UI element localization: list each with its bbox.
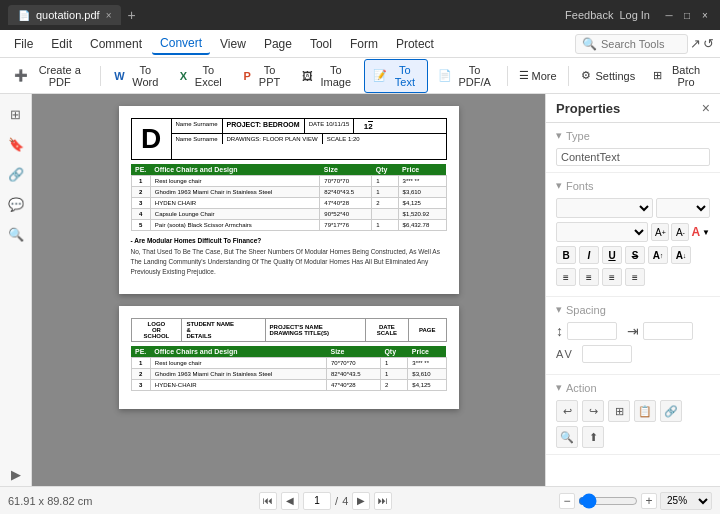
minimize-button[interactable]: ─ [662, 8, 676, 22]
menu-edit[interactable]: Edit [43, 34, 80, 54]
page-next-button[interactable]: ▶ [352, 492, 370, 510]
separator [100, 66, 101, 86]
word-icon: W [114, 70, 124, 82]
action-redo-button[interactable]: ↪ [582, 400, 604, 422]
document-tab[interactable]: 📄 quotation.pdf × [8, 5, 121, 25]
sidebar-search-icon[interactable]: 🔍 [4, 222, 28, 246]
row-size: 47*40*28 [326, 380, 380, 391]
align-center-button[interactable]: ≡ [579, 268, 599, 286]
new-tab-button[interactable]: + [127, 7, 135, 23]
italic-button[interactable]: I [579, 246, 599, 264]
row-name: HYDEN-CHAIR [150, 380, 326, 391]
font-color-down-button[interactable]: A- [671, 223, 689, 241]
menu-form[interactable]: Form [342, 34, 386, 54]
zoom-in-button[interactable]: + [641, 493, 657, 509]
page-end-button[interactable]: ⏭ [374, 492, 392, 510]
image-icon: 🖼 [302, 70, 313, 82]
t2-header-qty: Qty [380, 346, 407, 358]
settings-button[interactable]: ⚙ Settings [573, 65, 643, 86]
strikethrough-button[interactable]: S [625, 246, 645, 264]
create-pdf-button[interactable]: ➕ Create a PDF [6, 60, 95, 92]
more-button[interactable]: ☰ More [513, 65, 563, 86]
underline-button[interactable]: U [602, 246, 622, 264]
action-export-button[interactable]: ⬆ [582, 426, 604, 448]
login-link[interactable]: Log In [619, 9, 650, 21]
action-search-button[interactable]: 🔍 [556, 426, 578, 448]
pdf-icon: 📄 [18, 10, 30, 21]
zoom-select[interactable]: 25% 50% 75% 100% 150% 200% [660, 492, 712, 510]
close-button[interactable]: × [698, 8, 712, 22]
row-price: 3*** ** [398, 176, 446, 187]
zoom-out-button[interactable]: − [559, 493, 575, 509]
action-paste-button[interactable]: 📋 [634, 400, 656, 422]
menu-view[interactable]: View [212, 34, 254, 54]
search-input[interactable] [601, 38, 681, 50]
row-qty: 2 [372, 198, 398, 209]
row-name: Ghodim 1963 Miami Chair in Stainless Ste… [150, 369, 326, 380]
h2-logo: LOGOORSCHOOL [131, 319, 182, 342]
menu-page[interactable]: Page [256, 34, 300, 54]
bottom-bar: 61.91 x 89.82 cm ⏮ ◀ / 4 ▶ ⏭ − + 25% 50%… [0, 486, 720, 514]
font-family-select[interactable] [556, 198, 653, 218]
sidebar-bookmark-icon[interactable]: 🔖 [4, 132, 28, 156]
sidebar-comment-icon[interactable]: 💬 [4, 192, 28, 216]
font-color-up-button[interactable]: A+ [651, 223, 669, 241]
search-wrap[interactable]: 🔍 [575, 34, 688, 54]
name2-cell: Name Surname [172, 134, 223, 144]
maximize-button[interactable]: □ [680, 8, 694, 22]
sidebar-link-icon[interactable]: 🔗 [4, 162, 28, 186]
superscript-button[interactable]: A↑ [648, 246, 668, 264]
menu-comment[interactable]: Comment [82, 34, 150, 54]
date-cell: DATE 10/11/15 [305, 119, 355, 133]
article-section: - Are Modular Homes Difficult To Finance… [131, 237, 447, 276]
action-arrow-icon: ▾ [556, 381, 562, 394]
page-number-input[interactable] [303, 492, 331, 510]
panel-header: Properties × [546, 94, 720, 123]
zoom-slider[interactable] [578, 493, 638, 509]
row-price: 3*** ** [408, 358, 446, 369]
align-justify-button[interactable]: ≡ [625, 268, 645, 286]
action-undo-button[interactable]: ↩ [556, 400, 578, 422]
action-link-button[interactable]: 🔗 [660, 400, 682, 422]
doc-area[interactable]: D Name Surname PROJECT: BEDROOM DATE 10/… [32, 94, 545, 486]
bold-button[interactable]: B [556, 246, 576, 264]
to-ppt-button[interactable]: P To PPT [235, 60, 292, 92]
menu-tool[interactable]: Tool [302, 34, 340, 54]
to-image-button[interactable]: 🖼 To Image [294, 60, 362, 92]
to-pdfa-button[interactable]: 📄 To PDF/A [430, 60, 502, 92]
batch-pro-button[interactable]: ⊞ Batch Pro [645, 60, 714, 92]
project-cell: PROJECT: BEDROOM [223, 119, 305, 133]
panel-close-button[interactable]: × [702, 100, 710, 116]
main-layout: ⊞ 🔖 🔗 💬 🔍 ▶ D Name Surname PROJECT: BEDR… [0, 94, 720, 486]
color-swatch[interactable]: A ▼ [691, 225, 710, 239]
page-prev-button[interactable]: ◀ [281, 492, 299, 510]
type-arrow-icon: ▾ [556, 129, 562, 142]
sidebar-collapse-icon[interactable]: ▶ [4, 462, 28, 486]
align-left-button[interactable]: ≡ [556, 268, 576, 286]
line-spacing-input[interactable] [567, 322, 617, 340]
title-actions: Feedback Log In [565, 9, 650, 21]
sidebar-thumbnail-icon[interactable]: ⊞ [4, 102, 28, 126]
subscript-button[interactable]: A↓ [671, 246, 691, 264]
back-icon[interactable]: ↺ [703, 36, 714, 51]
menu-protect[interactable]: Protect [388, 34, 442, 54]
to-excel-button[interactable]: X To Excel [172, 60, 234, 92]
menu-file[interactable]: File [6, 34, 41, 54]
char-spacing-input[interactable] [582, 345, 632, 363]
external-link-icon[interactable]: ↗ [690, 36, 701, 51]
menu-convert[interactable]: Convert [152, 33, 210, 55]
row-size: 82*40*43.5 [320, 187, 372, 198]
align-right-button[interactable]: ≡ [602, 268, 622, 286]
table-row: 1 Rest lounge chair 70*70*70 1 3*** ** [131, 176, 446, 187]
action-copy-button[interactable]: ⊞ [608, 400, 630, 422]
page-start-button[interactable]: ⏮ [259, 492, 277, 510]
font-size-select[interactable] [656, 198, 710, 218]
row-size: 47*40*28 [320, 198, 372, 209]
to-text-button[interactable]: 📝 To Text [364, 59, 427, 93]
t2-header-pe: PE. [131, 346, 150, 358]
feedback-link[interactable]: Feedback [565, 9, 613, 21]
indent-input[interactable] [643, 322, 693, 340]
to-word-button[interactable]: W To Word [106, 60, 170, 92]
font-style-select[interactable] [556, 222, 648, 242]
tab-close-icon[interactable]: × [106, 10, 112, 21]
